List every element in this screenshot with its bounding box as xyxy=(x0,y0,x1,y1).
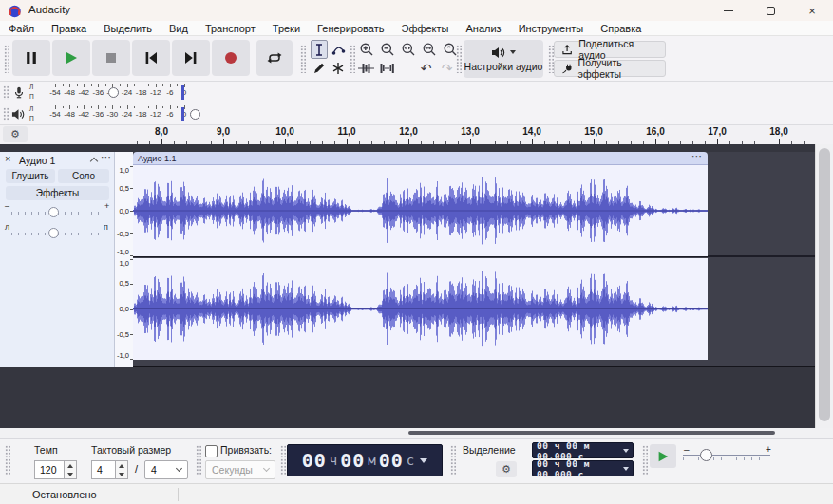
silence-audio-button[interactable] xyxy=(377,59,397,78)
tempo-up[interactable] xyxy=(65,461,76,470)
speed-slider-thumb[interactable] xyxy=(700,449,712,461)
selection-toolbar-grip[interactable] xyxy=(450,445,456,476)
get-effects-button[interactable]: Получить эффекты xyxy=(554,60,666,77)
selection-start-field[interactable]: 00 ч 00 м 00.000 с xyxy=(532,442,634,458)
timesig-upper-input[interactable]: 4 xyxy=(91,460,116,479)
record-button[interactable] xyxy=(212,40,250,76)
waveform-left-channel[interactable] xyxy=(133,165,708,256)
snap-select[interactable]: Секунды xyxy=(205,460,275,479)
skip-to-start-button[interactable] xyxy=(132,40,170,76)
transport-toolbar-grip[interactable] xyxy=(4,45,9,73)
title-bar[interactable]: Audacity × xyxy=(0,0,833,21)
menu-view[interactable]: Вид xyxy=(161,23,197,34)
envelope-tool-button[interactable] xyxy=(330,40,347,59)
meter-tick xyxy=(63,106,64,108)
tempo-stepper[interactable] xyxy=(65,460,77,479)
waveform-right-channel[interactable] xyxy=(133,258,708,360)
loop-button[interactable] xyxy=(256,40,293,76)
recording-meter[interactable]: Л П -54-48-42-36-30-24-18-12-60 xyxy=(0,82,833,103)
close-button[interactable]: × xyxy=(791,0,833,21)
edit-toolbar-grip[interactable] xyxy=(350,45,355,73)
track-name[interactable]: Аудио 1 xyxy=(19,155,55,166)
selection-options-button[interactable]: ⚙ xyxy=(496,461,517,477)
snap-checkbox[interactable] xyxy=(205,445,218,457)
share-audio-button[interactable]: Поделиться аудио xyxy=(554,41,666,58)
track-menu-button[interactable]: ⋯ xyxy=(101,151,111,163)
undo-button[interactable]: ↶ xyxy=(416,59,436,78)
zoom-in-button[interactable] xyxy=(356,40,376,59)
play-at-speed-grip[interactable] xyxy=(642,445,648,476)
vertical-scale-ruler[interactable]: 1,00,50,0-0,5-1,01,00,50,0-0,5-1,0 xyxy=(115,152,133,367)
pan-slider-thumb[interactable] xyxy=(48,228,59,238)
horizontal-scrollbar-thumb[interactable] xyxy=(408,431,775,435)
draw-tool-button[interactable] xyxy=(311,59,328,78)
time-display[interactable]: 00 ч 00 м 00 с xyxy=(287,444,443,476)
time-signature-label: Тактовый размер xyxy=(91,444,171,456)
timesig-lower-select[interactable]: 4 xyxy=(144,460,188,479)
playback-meter[interactable]: Л П -54-48-42-36-30-24-18-12-60 xyxy=(0,103,833,125)
mute-button[interactable]: Глушить xyxy=(6,169,55,183)
minimize-button[interactable] xyxy=(708,0,749,21)
recording-volume-slider[interactable] xyxy=(108,87,119,98)
redo-button[interactable]: ↷ xyxy=(437,59,457,78)
track-close-button[interactable]: × xyxy=(5,153,10,164)
tools-toolbar-grip[interactable] xyxy=(300,45,306,73)
zoom-out-button[interactable] xyxy=(377,40,397,59)
track-area[interactable]: × Аудио 1 ⋯ Глушить Соло Эффекты – + л п… xyxy=(0,144,833,428)
effects-button[interactable]: Эффекты xyxy=(6,186,109,200)
zoom-selection-button[interactable] xyxy=(398,40,418,59)
menu-analyze[interactable]: Анализ xyxy=(458,23,510,34)
menu-generate[interactable]: Генерировать xyxy=(309,23,392,34)
menu-help[interactable]: Справка xyxy=(592,23,650,34)
time-signature-toolbar-grip[interactable] xyxy=(5,445,10,476)
menu-file[interactable]: Файл xyxy=(0,23,43,34)
audio-setup-button[interactable]: Настройки аудио xyxy=(464,40,543,78)
vertical-scrollbar[interactable] xyxy=(815,144,833,428)
snap-toolbar-grip[interactable] xyxy=(196,445,201,476)
selection-tool-button[interactable] xyxy=(311,40,328,59)
menu-tools[interactable]: Инструменты xyxy=(510,23,593,34)
selection-end-field[interactable]: 00 ч 00 м 00.000 с xyxy=(532,460,634,476)
vertical-scrollbar-thumb[interactable] xyxy=(819,148,830,421)
zoom-fit-button[interactable] xyxy=(419,40,439,59)
play-button[interactable] xyxy=(52,40,90,76)
timesig-down[interactable] xyxy=(116,470,127,478)
collapse-track-icon[interactable] xyxy=(90,158,98,165)
timesig-up[interactable] xyxy=(116,461,127,470)
skip-to-end-button[interactable] xyxy=(172,40,210,76)
vertical-scale-label: 0,5 xyxy=(106,184,129,193)
tempo-input[interactable]: 120 xyxy=(34,460,65,479)
timeline-ruler[interactable]: ⚙ 8,09,010,011,012,013,014,015,016,017,0… xyxy=(0,125,815,144)
trim-audio-button[interactable] xyxy=(356,59,376,78)
stop-button[interactable] xyxy=(92,40,130,76)
time-toolbar-grip[interactable] xyxy=(280,445,286,476)
audio-setup-grip[interactable] xyxy=(456,45,462,73)
chevron-down-icon[interactable] xyxy=(420,458,427,463)
menu-effects[interactable]: Эффекты xyxy=(392,23,457,34)
multi-tool-button[interactable] xyxy=(330,59,347,78)
speed-slider-track[interactable] xyxy=(683,455,770,456)
menu-select[interactable]: Выделить xyxy=(95,23,161,34)
timeline-options-button[interactable]: ⚙ xyxy=(3,126,28,142)
time-minutes[interactable]: 00 xyxy=(340,449,365,472)
clip-menu-button[interactable]: ⋯ xyxy=(691,150,702,162)
playback-volume-slider[interactable] xyxy=(190,109,200,120)
solo-button[interactable]: Соло xyxy=(58,169,109,183)
pause-button[interactable] xyxy=(12,40,50,76)
time-hours[interactable]: 00 xyxy=(302,449,327,472)
horizontal-scrollbar[interactable] xyxy=(0,428,833,438)
maximize-button[interactable] xyxy=(749,0,791,21)
time-seconds[interactable]: 00 xyxy=(379,449,404,472)
timesig-stepper[interactable] xyxy=(116,460,128,479)
playback-meter-grip[interactable] xyxy=(3,107,9,121)
gain-slider-thumb[interactable] xyxy=(48,207,59,217)
menu-transport[interactable]: Транспорт xyxy=(197,23,264,34)
meter-channel-left-label: Л xyxy=(29,105,33,112)
menu-tracks[interactable]: Треки xyxy=(264,23,309,34)
tempo-down[interactable] xyxy=(65,470,76,478)
play-at-speed-button[interactable] xyxy=(650,444,676,468)
clip-header[interactable]: Аудио 1.1 ⋯ xyxy=(133,152,708,165)
menu-edit[interactable]: Правка xyxy=(43,23,95,34)
recording-meter-grip[interactable] xyxy=(3,85,9,100)
audio-clip[interactable]: Аудио 1.1 ⋯ xyxy=(133,152,708,367)
